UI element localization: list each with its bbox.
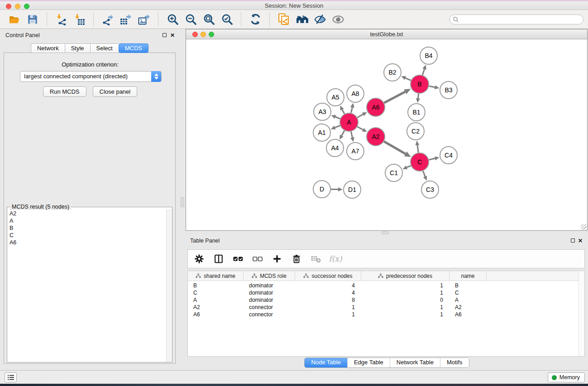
cell-predecessor-nodes[interactable]: 1 bbox=[361, 282, 449, 289]
vertical-splitter[interactable] bbox=[180, 29, 186, 370]
cell-predecessor-nodes[interactable]: 1 bbox=[361, 289, 449, 296]
graph-edge-A-A6[interactable] bbox=[357, 114, 363, 118]
graph-node-C1[interactable]: C1 bbox=[385, 164, 402, 181]
search-input[interactable] bbox=[449, 14, 583, 24]
graph-node-C3[interactable]: C3 bbox=[421, 181, 439, 198]
column-header-shared-name[interactable]: shared name bbox=[188, 271, 244, 281]
graph-node-C[interactable]: C bbox=[411, 153, 429, 171]
cell-mcds-role[interactable]: dominator bbox=[244, 282, 295, 289]
tab-mcds[interactable]: MCDS bbox=[119, 43, 148, 53]
tab-edge-table[interactable]: Edge Table bbox=[347, 358, 390, 367]
cell-successor-nodes[interactable]: 8 bbox=[295, 296, 361, 304]
graph-node-A6[interactable]: A6 bbox=[367, 98, 385, 116]
graph-edge-A-A1[interactable] bbox=[335, 126, 340, 128]
memory-button[interactable]: Memory bbox=[548, 372, 585, 382]
save-session-icon[interactable] bbox=[26, 13, 39, 26]
table-row[interactable]: A2 connector 1 1 A2 bbox=[188, 304, 584, 311]
cell-predecessor-nodes[interactable]: 0 bbox=[361, 296, 449, 304]
cell-shared-name[interactable]: B bbox=[188, 282, 244, 289]
unselect-all-columns-icon[interactable] bbox=[252, 253, 263, 265]
cell-name[interactable]: A6 bbox=[449, 311, 487, 318]
graph-node-C2[interactable]: C2 bbox=[407, 123, 424, 140]
tab-network-table[interactable]: Network Table bbox=[390, 358, 440, 367]
graph-node-B1[interactable]: B1 bbox=[408, 104, 425, 121]
open-session-icon[interactable] bbox=[8, 13, 21, 26]
graph-edge-C-C2[interactable] bbox=[417, 145, 418, 152]
cell-mcds-role[interactable]: dominator bbox=[244, 296, 295, 304]
control-panel-close-icon[interactable]: ✕ bbox=[170, 33, 175, 38]
refresh-icon[interactable] bbox=[249, 13, 262, 26]
graph-edge-A-A4[interactable] bbox=[342, 130, 344, 135]
function-builder-fx-icon[interactable]: f(x) bbox=[330, 253, 341, 265]
mcds-result-item[interactable]: A2 bbox=[8, 210, 166, 217]
graph-node-A5[interactable]: A5 bbox=[327, 89, 344, 106]
export-table-icon[interactable] bbox=[119, 13, 133, 26]
graph-node-A8[interactable]: A8 bbox=[347, 85, 364, 102]
select-all-columns-icon[interactable] bbox=[232, 253, 244, 265]
zoom-in-icon[interactable] bbox=[166, 13, 179, 26]
column-header-mcds-role[interactable]: MCDS role bbox=[244, 271, 295, 281]
tab-motifs[interactable]: Motifs bbox=[440, 358, 469, 367]
birds-eye-view-icon[interactable] bbox=[331, 13, 345, 26]
mcds-list-scrollbar[interactable] bbox=[166, 209, 172, 362]
export-image-icon[interactable] bbox=[137, 13, 151, 26]
column-header-name[interactable]: name bbox=[449, 271, 487, 281]
cell-predecessor-nodes[interactable]: 1 bbox=[361, 311, 449, 318]
table-options-gear-icon[interactable] bbox=[193, 253, 205, 265]
table-row[interactable]: C dominator 4 1 C bbox=[188, 289, 584, 296]
graph-edge-A-A2[interactable] bbox=[357, 127, 363, 130]
graph-node-A4[interactable]: A4 bbox=[326, 139, 344, 157]
graph-edge-B-B2[interactable] bbox=[405, 78, 411, 80]
graph-edge-B-B4[interactable] bbox=[422, 69, 424, 75]
cell-successor-nodes[interactable]: 1 bbox=[295, 304, 361, 311]
graph-edge-B-B1[interactable] bbox=[418, 94, 418, 98]
cell-name[interactable]: C bbox=[449, 289, 487, 296]
table-panel-float-icon[interactable] bbox=[571, 238, 575, 243]
graph-node-A[interactable]: A bbox=[340, 113, 358, 131]
zoom-fit-icon[interactable] bbox=[202, 13, 215, 26]
graph-edge-B-B3[interactable] bbox=[429, 86, 435, 87]
graph-edge-C-C1[interactable] bbox=[407, 166, 411, 167]
graph-node-D[interactable]: D bbox=[313, 181, 330, 198]
zoom-out-icon[interactable] bbox=[184, 13, 197, 26]
home-view-icon[interactable] bbox=[295, 13, 309, 26]
graph-node-A3[interactable]: A3 bbox=[314, 103, 331, 120]
cell-successor-nodes[interactable]: 4 bbox=[295, 289, 361, 296]
control-panel-float-icon[interactable] bbox=[163, 33, 167, 37]
criterion-dropdown[interactable]: largest connected component (directed) bbox=[20, 71, 162, 82]
graph-node-A1[interactable]: A1 bbox=[313, 124, 330, 141]
table-scrollbar[interactable] bbox=[578, 271, 584, 356]
import-table-icon[interactable] bbox=[72, 13, 86, 26]
hide-graphics-details-icon[interactable] bbox=[313, 13, 327, 26]
cell-shared-name[interactable]: A2 bbox=[188, 304, 244, 311]
add-column-icon[interactable] bbox=[271, 253, 283, 265]
network-window-titlebar[interactable]: testGlobe.txt bbox=[186, 29, 587, 39]
graph-node-A7[interactable]: A7 bbox=[347, 143, 364, 160]
export-network-icon[interactable] bbox=[101, 13, 115, 26]
zoom-selected-icon[interactable] bbox=[220, 13, 234, 26]
graph-edge-A-A7[interactable] bbox=[351, 132, 352, 138]
cell-name[interactable]: A2 bbox=[449, 304, 487, 311]
table-row[interactable]: A6 connector 1 1 A6 bbox=[188, 311, 584, 318]
cell-shared-name[interactable]: A bbox=[188, 296, 244, 304]
mcds-result-item[interactable]: A bbox=[8, 217, 166, 224]
cell-mcds-role[interactable]: connector bbox=[244, 304, 295, 311]
table-row[interactable]: A dominator 8 0 A bbox=[188, 296, 584, 304]
column-header-successor-nodes[interactable]: successor nodes bbox=[295, 271, 361, 281]
tab-style[interactable]: Style bbox=[65, 43, 90, 53]
vertical-splitter-grip[interactable] bbox=[181, 197, 184, 207]
graph-edge-A-A8[interactable] bbox=[351, 107, 353, 113]
graph-node-B4[interactable]: B4 bbox=[420, 47, 437, 64]
cell-mcds-role[interactable]: dominator bbox=[244, 289, 295, 296]
graph-node-C4[interactable]: C4 bbox=[440, 147, 457, 164]
graph-edge-A2-C[interactable] bbox=[384, 141, 406, 154]
run-mcds-button[interactable]: Run MCDS bbox=[43, 86, 86, 97]
mcds-result-item[interactable]: A6 bbox=[8, 239, 166, 246]
tab-node-table[interactable]: Node Table bbox=[305, 358, 347, 367]
mcds-result-list[interactable]: A2 A B C A6 bbox=[8, 210, 166, 362]
cell-name[interactable]: A bbox=[449, 296, 487, 304]
clone-network-icon[interactable] bbox=[277, 13, 291, 26]
cell-predecessor-nodes[interactable]: 1 bbox=[361, 304, 449, 311]
graph-node-A2[interactable]: A2 bbox=[367, 128, 385, 146]
cell-successor-nodes[interactable]: 4 bbox=[295, 282, 361, 289]
